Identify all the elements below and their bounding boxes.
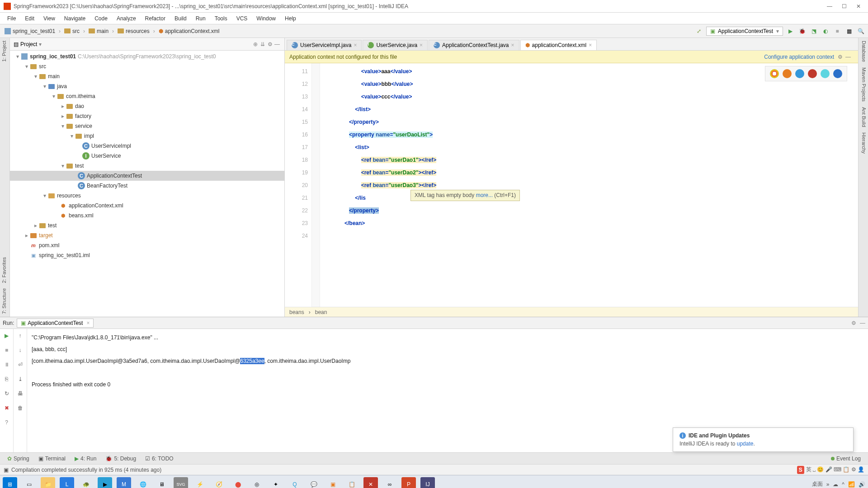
tab-applicationcontext-xml[interactable]: ⬢applicationContext.xml× [520,40,597,50]
bc-beans[interactable]: beans [289,309,304,315]
menu-tools[interactable]: Tools [210,14,232,23]
tree-resources[interactable]: ▾resources [10,191,284,201]
opera-icon[interactable] [808,69,817,78]
stripe-hierarchy[interactable]: Hierarchy [859,130,868,156]
tree-userserviceimpl[interactable]: CUserServiceImpl [10,141,284,151]
clear-icon[interactable]: 🗑 [16,404,24,412]
bc-bean[interactable]: bean [315,309,327,315]
profile-button[interactable]: ◐ [821,27,830,36]
close-icon[interactable]: ✖ [3,404,11,412]
search-icon[interactable]: 🔍 [856,27,865,36]
hide-icon[interactable]: — [845,54,851,60]
ime-indicator[interactable]: S [797,466,804,474]
event-log[interactable]: Event Log [826,454,865,463]
menu-view[interactable]: View [39,14,60,23]
stop-icon[interactable]: ■ [3,346,11,354]
app-icon-15[interactable]: ✕ [363,477,378,488]
collapse-all-icon[interactable]: ⇊ [259,41,266,47]
crumb-main[interactable]: main [87,27,110,35]
task-view-icon[interactable]: ▭ [22,477,36,488]
menu-file[interactable]: File [3,14,20,23]
tree-main[interactable]: ▾main [10,71,284,81]
tree-test-pkg[interactable]: ▾test [10,161,284,171]
build-icon[interactable]: ⤢ [694,27,703,36]
tool-windows-icon[interactable]: ▣ [4,467,9,473]
crumb-src[interactable]: src [62,27,81,35]
menu-run[interactable]: Run [191,14,210,23]
help-icon[interactable]: ? [3,418,11,427]
app-icon-10[interactable]: ◎ [250,477,264,488]
wrap-icon[interactable]: ⏎ [16,361,24,369]
restore-icon[interactable]: ↻ [3,389,11,398]
debug-button[interactable]: 🐞 [797,27,807,36]
coverage-button[interactable]: ⬔ [809,27,818,36]
ie-icon[interactable] [821,69,830,78]
app-icon-14[interactable]: 📋 [344,477,359,488]
menu-code[interactable]: Code [90,14,112,23]
start-button[interactable]: ⊞ [3,477,17,488]
menu-build[interactable]: Build [170,14,191,23]
app-icon-1[interactable]: L [60,477,74,488]
close-icon[interactable]: × [589,42,592,48]
stripe-structure[interactable]: 7: Structure [0,286,9,317]
tray-volume-icon[interactable]: 🔊 [859,481,865,488]
menu-window[interactable]: Window [252,14,280,23]
minimize-button[interactable]: — [826,3,833,9]
tray-desktop[interactable]: 桌面 [812,480,823,488]
app-icon-6[interactable]: SVG [174,477,188,488]
close-button[interactable]: ✕ [855,3,862,9]
menu-edit[interactable]: Edit [20,14,39,23]
firefox-icon[interactable] [783,69,792,78]
close-icon[interactable]: × [511,42,514,48]
tooltip-more-link[interactable]: more... [476,192,493,198]
tray-chevron-icon[interactable]: ^ [842,481,844,488]
crumb-module[interactable]: spring_ioc_test01 [3,27,57,35]
tree-impl[interactable]: ▾impl [10,131,284,141]
menu-analyze[interactable]: Analyze [112,14,141,23]
pause-icon[interactable]: ⏸ [3,361,11,369]
menu-navigate[interactable]: Navigate [60,14,90,23]
app-icon-11[interactable]: ✦ [269,477,283,488]
tab-userservice[interactable]: IUserService.java× [363,40,428,50]
tree-target[interactable]: ▸target [10,230,284,240]
gear-icon[interactable]: ⚙ [266,41,274,47]
close-icon[interactable]: × [420,42,423,48]
btab-terminal[interactable]: ▣Terminal [34,454,70,463]
tree-userservice[interactable]: IUserService [10,151,284,161]
wechat-icon[interactable]: 💬 [307,477,321,488]
tree-root[interactable]: ▾spring_ioc_test01C:\Users\haohao\Spring… [10,52,284,61]
tree-appcontext-xml[interactable]: ⬢applicationContext.xml [10,201,284,211]
gear-icon[interactable]: ⚙ [851,320,856,326]
hide-panel-icon[interactable]: — [274,41,281,47]
btab-spring[interactable]: ✿Spring [3,454,34,463]
app-icon-12[interactable]: Q [288,477,302,488]
menu-help[interactable]: Help [280,14,301,23]
crumb-file[interactable]: ⬢applicationContext.xml [157,27,222,35]
app-icon-8[interactable]: 🧭 [212,477,226,488]
tray-cloud-icon[interactable]: ☁ [833,481,838,488]
safari-icon[interactable] [795,69,804,78]
project-structure-icon[interactable]: ▦ [844,27,854,36]
app-icon-13[interactable]: ▣ [326,477,340,488]
up-icon[interactable]: ↑ [16,332,24,340]
scroll-icon[interactable]: ⤓ [16,375,24,383]
print-icon[interactable]: 🖶 [16,389,24,398]
stripe-favorites[interactable]: 2: Favorites [0,254,9,286]
file-explorer-icon[interactable]: 📁 [41,477,55,488]
stop-button[interactable]: ■ [833,27,842,36]
app-icon-2[interactable]: 🐢 [79,477,93,488]
close-icon[interactable]: × [354,42,357,48]
stripe-project[interactable]: 1: Project [0,38,9,64]
crumb-resources[interactable]: resources [116,27,151,35]
app-icon-9[interactable]: ⬤ [231,477,245,488]
tab-userserviceimpl[interactable]: CUserServiceImpl.java× [287,40,362,50]
tab-applicationcontexttest[interactable]: CApplicationContextTest.java× [429,40,519,50]
tray-more-icon[interactable]: » [826,481,830,488]
down-icon[interactable]: ↓ [16,346,24,354]
tree-iml[interactable]: ▣spring_ioc_test01.iml [10,250,284,260]
tree-factory[interactable]: ▸factory [10,111,284,121]
tree-beans-xml[interactable]: ⬢beans.xml [10,211,284,221]
update-link[interactable]: update [737,441,754,447]
tree-package[interactable]: ▾com.itheima [10,91,284,101]
app-icon-7[interactable]: ⚡ [193,477,207,488]
